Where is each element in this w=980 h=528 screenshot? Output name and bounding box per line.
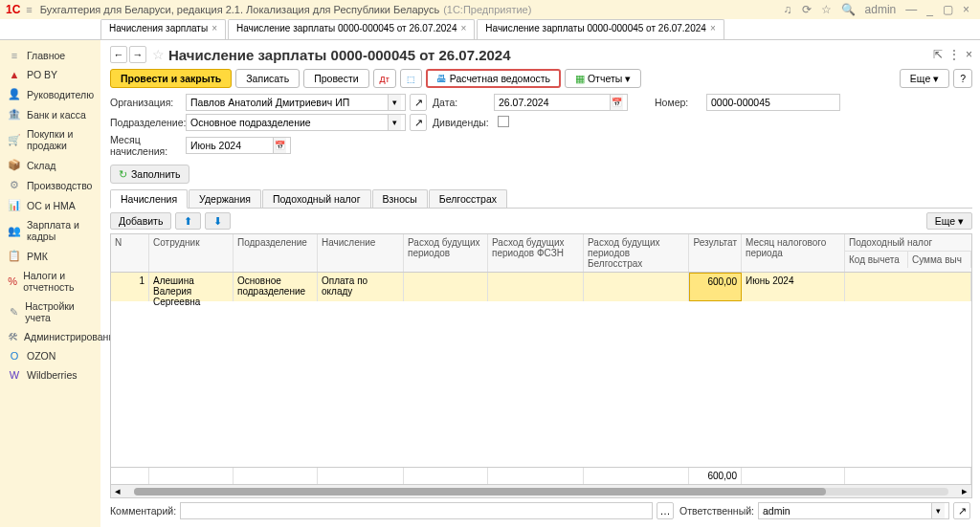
close-icon[interactable]: × (963, 3, 969, 16)
more-button[interactable]: Еще ▾ (900, 69, 949, 88)
tab-deductions[interactable]: Удержания (189, 189, 261, 208)
main-tab-2[interactable]: Начисление зарплаты 0000-000045 от 26.07… (477, 19, 724, 39)
tab-contrib[interactable]: Взносы (372, 189, 428, 208)
notify-icon[interactable]: ♫ (784, 3, 792, 16)
tab-close-icon[interactable]: × (212, 23, 217, 33)
payroll-report-button[interactable]: 🖶 Расчетная ведомость (426, 69, 561, 88)
maximize-icon[interactable]: ▢ (943, 3, 953, 16)
close-page-icon[interactable]: × (966, 48, 972, 61)
unpin-icon[interactable]: ⇱ (933, 48, 943, 61)
comment-label: Комментарий: (110, 505, 176, 517)
pencil-icon: ✎ (8, 306, 19, 319)
comment-input[interactable] (180, 502, 653, 519)
sidebar: ≡Главное ▲PO BY 👤Руководителю 🏦Банк и ка… (0, 40, 100, 527)
cart-icon: 🛒 (8, 134, 21, 146)
app-title: Бухгалтерия для Беларуси, редакция 2.1. … (40, 4, 439, 15)
reports-button[interactable]: ▦ Отчеты ▾ (565, 69, 641, 88)
wb-icon: W (8, 369, 21, 381)
org-field[interactable]: Павлов Анатолий Дмитриевич ИП▾ (186, 94, 406, 111)
resp-open-button[interactable]: ↗ (953, 502, 970, 519)
sidebar-item-prod[interactable]: ⚙Производство (0, 175, 100, 195)
tab-bgs[interactable]: Белгосстрах (429, 189, 507, 208)
move-down-button[interactable]: ⬇ (205, 212, 231, 230)
sidebar-item-settings[interactable]: ✎Настройки учета (0, 297, 100, 327)
home-icon: ≡ (8, 50, 21, 61)
comment-more-button[interactable]: … (657, 502, 674, 519)
post-close-button[interactable]: Провести и закрыть (110, 69, 232, 88)
fill-button[interactable]: ↻Заполнить (110, 165, 189, 184)
month-field[interactable]: Июнь 2024📅 (186, 137, 291, 154)
gear-icon: ⚙ (8, 179, 21, 191)
date-label: Дата: (433, 97, 490, 108)
num-field[interactable]: 0000-000045 (706, 94, 840, 111)
sidebar-item-stock[interactable]: 📦Склад (0, 155, 100, 175)
main-tab-0[interactable]: Начисления зарплаты× (100, 19, 226, 39)
dep-field[interactable]: Основное подразделение▾ (186, 114, 406, 131)
table-footer: 600,00 (111, 467, 971, 484)
nav-back-button[interactable]: ← (110, 46, 127, 63)
org-label: Организация: (110, 97, 182, 108)
tab-incometax[interactable]: Подоходный налог (262, 189, 371, 208)
star-icon[interactable]: ☆ (152, 47, 165, 62)
sidebar-item-taxes[interactable]: %Налоги и отчетность (0, 266, 100, 297)
horizontal-scrollbar[interactable]: ◂ ▸ (111, 484, 971, 497)
dep-label: Подразделение: (110, 117, 182, 128)
main-tab-1[interactable]: Начисление зарплаты 0000-000045 от 26.07… (228, 19, 475, 39)
people-icon: 👥 (8, 225, 21, 237)
minimize-icon[interactable]: _ (926, 3, 933, 16)
save-button[interactable]: Записать (235, 69, 300, 88)
bank-icon: 🏦 (8, 108, 21, 121)
add-row-button[interactable]: Добавить (110, 212, 171, 230)
move-up-button[interactable]: ⬆ (175, 212, 201, 230)
sidebar-item-bank[interactable]: 🏦Банк и касса (0, 104, 100, 124)
sidebar-item-main[interactable]: ≡Главное (0, 46, 100, 65)
triangle-icon: ▲ (8, 69, 21, 80)
help-button[interactable]: ? (953, 69, 972, 88)
table-header: N Сотрудник Подразделение Начисление Рас… (111, 234, 971, 273)
percent-icon: % (8, 275, 17, 287)
sidebar-item-assets[interactable]: 📊ОС и НМА (0, 195, 100, 215)
ozon-icon: O (8, 350, 21, 362)
wrench-icon: 🛠 (8, 331, 18, 342)
box-icon: 📦 (8, 159, 21, 171)
menu-icon[interactable]: ⋮ (948, 48, 960, 61)
struct-button[interactable]: ⬚ (400, 69, 422, 88)
div-label: Дивиденды: (433, 117, 490, 128)
tab-close-icon[interactable]: × (710, 23, 716, 33)
sidebar-item-manager[interactable]: 👤Руководителю (0, 84, 100, 104)
chart-icon: 📊 (8, 199, 21, 211)
person-icon: 👤 (8, 88, 21, 100)
date-field[interactable]: 26.07.2024📅 (494, 94, 628, 111)
resp-label: Ответственный: (679, 505, 754, 517)
sidebar-item-ozon[interactable]: OOZON (0, 346, 100, 365)
sidebar-item-payroll[interactable]: 👥Зарплата и кадры (0, 215, 100, 246)
dep-open-button[interactable]: ↗ (410, 114, 427, 131)
nav-fwd-button[interactable]: → (129, 46, 146, 63)
sidebar-item-wb[interactable]: WWildberries (0, 365, 100, 385)
resp-field[interactable]: admin▾ (758, 502, 949, 519)
table-row[interactable]: 1 Алешина Валерия Сергеевна Основное под… (111, 273, 971, 301)
sidebar-item-sales[interactable]: 🛒Покупки и продажи (0, 124, 100, 155)
dividends-checkbox[interactable] (498, 116, 509, 127)
page-title: Начисление зарплаты 0000-000045 от 26.07… (168, 47, 511, 63)
dt-kt-button[interactable]: Дт (373, 69, 396, 88)
post-button[interactable]: Провести (303, 69, 368, 88)
num-label: Номер: (655, 97, 702, 108)
tab-close-icon[interactable]: × (461, 23, 467, 33)
sep-icon: — (905, 3, 917, 16)
user-label[interactable]: admin (865, 3, 897, 16)
hamburger-icon[interactable]: ≡ (26, 4, 32, 15)
logo-1c: 1C (6, 3, 20, 16)
sidebar-item-poby[interactable]: ▲PO BY (0, 65, 100, 84)
favorite-icon[interactable]: ☆ (821, 3, 832, 16)
history-icon[interactable]: ⟳ (802, 3, 812, 16)
sidebar-item-admin[interactable]: 🛠Администрирование (0, 327, 100, 346)
search-icon[interactable]: 🔍 (841, 3, 856, 16)
month-label: Месяц начисления: (110, 134, 182, 157)
table-more-button[interactable]: Еще ▾ (926, 212, 972, 230)
sidebar-item-rmk[interactable]: 📋РМК (0, 246, 100, 266)
tab-accruals[interactable]: Начисления (110, 189, 188, 209)
org-open-button[interactable]: ↗ (410, 94, 427, 111)
clipboard-icon: 📋 (8, 250, 21, 262)
platform-label: (1С:Предприятие) (443, 4, 531, 15)
